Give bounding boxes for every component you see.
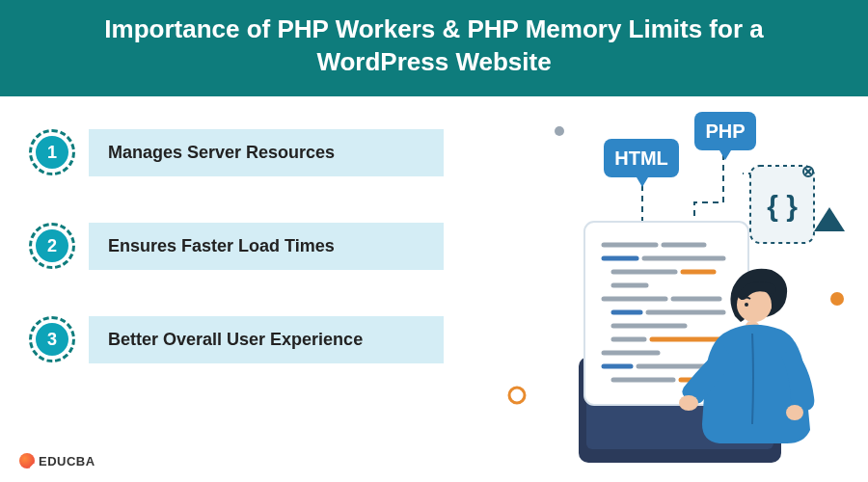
number-badge: 3 — [29, 316, 75, 362]
svg-point-34 — [764, 303, 772, 310]
php-tag: PHP — [694, 112, 756, 160]
number-badge: 1 — [29, 129, 75, 175]
benefit-label: Better Overall User Experience — [89, 316, 444, 363]
list-item: 1 Manages Server Resources — [29, 129, 444, 176]
ring-shape — [509, 388, 525, 403]
brand-logo: EDUCBA — [19, 453, 95, 469]
header: Importance of PHP Workers & PHP Memory L… — [0, 0, 868, 96]
brand-logo-mark — [19, 453, 35, 469]
connector-line — [694, 154, 723, 222]
svg-marker-1 — [637, 177, 648, 187]
number-badge-inner: 3 — [36, 323, 68, 356]
list-item: 2 Ensures Faster Load Times — [29, 223, 444, 270]
benefit-label: Ensures Faster Load Times — [89, 223, 444, 270]
number-badge-inner: 1 — [36, 136, 68, 169]
brand-name: EDUCBA — [39, 454, 95, 469]
triangle-shape — [814, 207, 845, 231]
svg-text:{ }: { } — [767, 190, 798, 222]
svg-marker-3 — [719, 150, 731, 160]
developer-illustration: HTML PHP { } — [434, 106, 858, 463]
html-tag-text: HTML — [614, 147, 668, 169]
braces-card: { } — [750, 166, 814, 243]
list-item: 3 Better Overall User Experience — [29, 316, 444, 363]
svg-point-37 — [786, 405, 803, 420]
illustration-svg: HTML PHP { } — [434, 106, 858, 463]
page-title: Importance of PHP Workers & PHP Memory L… — [104, 14, 763, 76]
html-tag: HTML — [604, 139, 679, 187]
benefit-list: 1 Manages Server Resources 2 Ensures Fas… — [29, 123, 444, 363]
dot-shape — [830, 292, 844, 306]
php-tag-text: PHP — [705, 120, 745, 142]
svg-point-36 — [679, 395, 698, 411]
number-badge-inner: 2 — [36, 229, 68, 262]
dot-shape — [555, 126, 564, 136]
number-badge: 2 — [29, 223, 75, 269]
svg-point-35 — [745, 303, 748, 307]
benefit-label: Manages Server Resources — [89, 129, 444, 176]
